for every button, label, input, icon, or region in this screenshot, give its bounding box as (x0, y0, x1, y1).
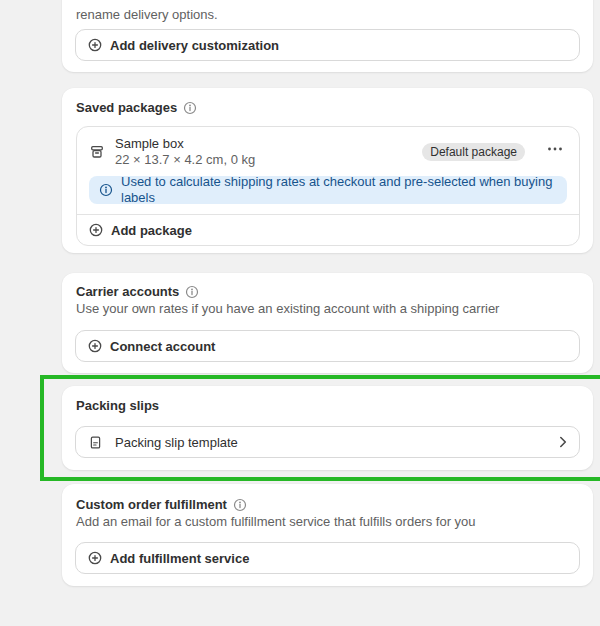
package-info-banner-text: Used to calculate shipping rates at chec… (121, 174, 557, 206)
packing-slips-title: Packing slips (76, 398, 159, 414)
info-icon (99, 183, 113, 197)
package-info-banner: Used to calculate shipping rates at chec… (89, 176, 567, 204)
document-icon (88, 435, 103, 450)
package-menu-button[interactable] (545, 145, 565, 153)
shipping-settings-page: rename delivery options. Add delivery cu… (0, 0, 600, 626)
custom-order-fulfillment-title: Custom order fulfillment (76, 497, 227, 513)
saved-packages-card: Saved packages Samp (62, 88, 593, 253)
connect-account-label: Connect account (110, 339, 215, 354)
info-icon[interactable] (233, 498, 247, 512)
custom-order-fulfillment-card: Custom order fulfillment Add an email fo… (62, 484, 593, 586)
carrier-accounts-description: Use your own rates if you have an existi… (76, 301, 579, 317)
add-fulfillment-service-label: Add fulfillment service (110, 551, 249, 566)
packing-slips-card: Packing slips Packing slip template (62, 386, 593, 470)
add-delivery-customization-button[interactable]: Add delivery customization (75, 29, 580, 61)
package-box-icon (89, 144, 105, 160)
chevron-right-icon (559, 436, 567, 448)
packing-slip-template-row[interactable]: Packing slip template (75, 426, 580, 458)
horizontal-dots-icon (547, 147, 563, 151)
plus-circle-icon (88, 38, 102, 52)
custom-order-fulfillment-title-row: Custom order fulfillment (76, 497, 247, 513)
carrier-accounts-card: Carrier accounts Use your own rates if y… (62, 273, 593, 373)
plus-circle-icon (88, 339, 102, 353)
packing-slip-template-label: Packing slip template (115, 435, 238, 450)
package-info: Sample box 22 × 13.7 × 4.2 cm, 0 kg (115, 136, 255, 168)
package-name: Sample box (115, 136, 255, 152)
carrier-accounts-title-row: Carrier accounts (76, 284, 199, 300)
default-package-badge: Default package (422, 143, 525, 161)
carrier-accounts-title: Carrier accounts (76, 284, 179, 300)
custom-order-fulfillment-description: Add an email for a custom fulfillment se… (76, 514, 579, 530)
connect-account-button[interactable]: Connect account (75, 330, 580, 362)
add-fulfillment-service-button[interactable]: Add fulfillment service (75, 542, 580, 574)
add-package-button[interactable]: Add package (77, 214, 579, 245)
package-row: Sample box 22 × 13.7 × 4.2 cm, 0 kg Defa… (77, 127, 579, 176)
saved-packages-title-row: Saved packages (76, 100, 197, 116)
packing-slips-title-row: Packing slips (76, 398, 159, 414)
delivery-customization-description: rename delivery options. (76, 7, 218, 23)
package-dimensions: 22 × 13.7 × 4.2 cm, 0 kg (115, 152, 255, 168)
add-package-label: Add package (111, 223, 192, 238)
info-icon[interactable] (183, 101, 197, 115)
delivery-customization-card: rename delivery options. Add delivery cu… (62, 0, 593, 72)
info-icon[interactable] (185, 285, 199, 299)
saved-packages-title: Saved packages (76, 100, 177, 116)
saved-packages-list: Sample box 22 × 13.7 × 4.2 cm, 0 kg Defa… (76, 126, 580, 246)
plus-circle-icon (89, 223, 103, 237)
plus-circle-icon (88, 551, 102, 565)
add-delivery-customization-label: Add delivery customization (110, 38, 279, 53)
